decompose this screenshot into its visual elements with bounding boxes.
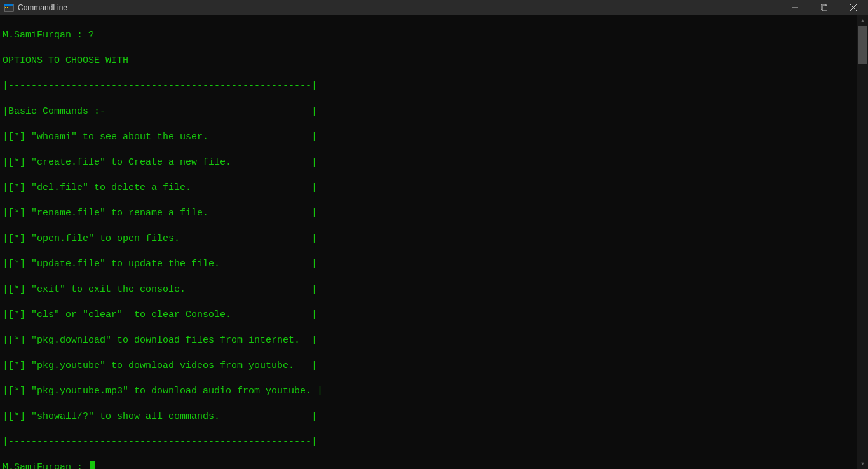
cursor xyxy=(90,461,95,469)
command-help-line: |[*] "showall/?" to show all commands. | xyxy=(3,411,855,423)
vertical-scrollbar[interactable]: ▲ ▼ xyxy=(857,15,868,469)
svg-rect-6 xyxy=(822,6,827,11)
app-icon xyxy=(4,3,14,13)
svg-rect-1 xyxy=(4,4,13,6)
command-help-line: |[*] "open.file" to open files. | xyxy=(3,233,855,245)
command-help-line: |[*] "pkg.download" to download files fr… xyxy=(3,334,855,347)
prompt-line-current: M.SamiFurqan : xyxy=(3,461,855,469)
border-top: |---------------------------------------… xyxy=(3,80,855,93)
options-header: OPTIONS TO CHOOSE WITH xyxy=(3,55,855,67)
command-help-line: |[*] "create.file" to Create a new file.… xyxy=(3,156,855,169)
command-help-line: |[*] "exit" to exit the console. | xyxy=(3,283,855,296)
command-help-line: |[*] "update.file" to update the file. | xyxy=(3,258,855,271)
prompt-text: M.SamiFurqan : xyxy=(3,462,88,469)
svg-rect-3 xyxy=(7,7,8,8)
minimize-button[interactable] xyxy=(780,0,810,15)
scroll-down-arrow[interactable]: ▼ xyxy=(857,458,868,469)
section-title: |Basic Commands :- | xyxy=(3,105,855,118)
command-help-line: |[*] "rename.file" to rename a file. | xyxy=(3,207,855,220)
command-help-line: |[*] "cls" or "clear" to clear Console. … xyxy=(3,309,855,322)
scroll-thumb[interactable] xyxy=(858,26,867,64)
window-titlebar: CommandLine xyxy=(0,0,868,15)
command-help-line: |[*] "del.file" to delete a file. | xyxy=(3,182,855,194)
close-button[interactable] xyxy=(839,0,868,15)
command-help-line: |[*] "whoami" to see about the user. | xyxy=(3,131,855,144)
prompt-line-previous: M.SamiFurqan : ? xyxy=(3,29,855,42)
terminal-output[interactable]: M.SamiFurqan : ? OPTIONS TO CHOOSE WITH … xyxy=(0,15,857,469)
command-help-line: |[*] "pkg.youtube.mp3" to download audio… xyxy=(3,385,855,398)
border-bottom: |---------------------------------------… xyxy=(3,436,855,449)
window-title: CommandLine xyxy=(18,3,780,12)
scroll-up-arrow[interactable]: ▲ xyxy=(857,15,868,26)
window-controls xyxy=(780,0,868,15)
svg-rect-2 xyxy=(5,7,6,8)
maximize-button[interactable] xyxy=(810,0,839,15)
command-help-line: |[*] "pkg.youtube" to download videos fr… xyxy=(3,360,855,372)
